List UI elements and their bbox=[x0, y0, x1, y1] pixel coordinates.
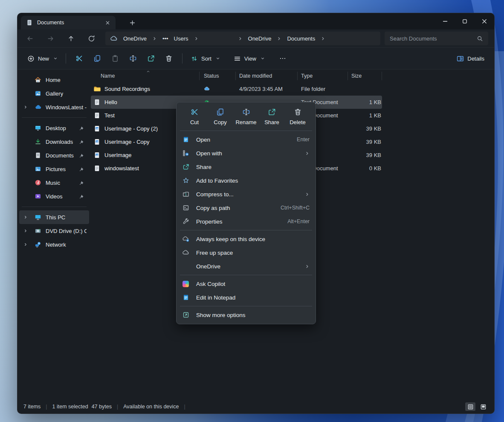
search-icon[interactable] bbox=[477, 35, 483, 42]
forward-icon[interactable] bbox=[44, 32, 57, 45]
share-button[interactable]: Share bbox=[260, 108, 284, 125]
breadcrumb-onedrive-2[interactable]: OneDrive bbox=[248, 35, 272, 42]
breadcrumb-onedrive[interactable]: OneDrive bbox=[123, 35, 147, 42]
rename-icon bbox=[242, 108, 250, 116]
menu-item-add-to-favorites[interactable]: Add to Favorites bbox=[177, 174, 316, 187]
file-size: 39 KB bbox=[348, 148, 382, 162]
close-button[interactable] bbox=[475, 13, 494, 29]
menu-item-label: Open bbox=[196, 137, 297, 143]
breadcrumb-users[interactable]: Users bbox=[174, 35, 188, 42]
sidebar-item-pictures[interactable]: Pictures bbox=[19, 162, 89, 176]
chevron-right-icon[interactable] bbox=[23, 242, 28, 247]
copy-icon[interactable] bbox=[88, 51, 106, 66]
chevron-right-icon[interactable] bbox=[23, 229, 28, 233]
submenu-chevron-icon bbox=[305, 192, 310, 197]
menu-item-ask-copilot[interactable]: Ask Copilot bbox=[177, 277, 316, 291]
cloud-icon bbox=[182, 249, 190, 256]
file-name: UserImage - Copy bbox=[104, 139, 149, 145]
sidebar-item-music[interactable]: Music bbox=[19, 176, 89, 189]
column-header-date-modified[interactable]: Date modified bbox=[236, 72, 298, 80]
menu-item-share[interactable]: Share bbox=[177, 160, 316, 174]
share-icon bbox=[182, 163, 190, 170]
rename-button[interactable]: Rename bbox=[234, 108, 258, 125]
back-icon[interactable] bbox=[23, 32, 36, 45]
more-options-icon[interactable] bbox=[274, 51, 292, 66]
menu-item-edit-in-notepad[interactable]: Edit in Notepad bbox=[177, 291, 316, 304]
sidebar-item-home[interactable]: Home bbox=[19, 73, 89, 87]
new-button[interactable]: New bbox=[23, 51, 61, 66]
chevron-right-icon[interactable] bbox=[23, 105, 28, 109]
selection-count: 1 item selected bbox=[52, 404, 88, 410]
menu-item-onedrive[interactable]: OneDrive bbox=[177, 259, 316, 273]
delete-icon[interactable] bbox=[160, 51, 178, 66]
delete-button[interactable]: Delete bbox=[286, 108, 310, 125]
up-icon[interactable] bbox=[64, 32, 77, 45]
onedrive-cloud-icon bbox=[35, 104, 42, 111]
maximize-button[interactable] bbox=[455, 13, 475, 29]
chevron-right-icon[interactable] bbox=[277, 36, 281, 41]
table-row-sound-recordings[interactable]: Sound Recordings 4/9/2023 3:45 AM File f… bbox=[91, 82, 382, 96]
breadcrumb-documents[interactable]: Documents bbox=[287, 35, 315, 42]
sidebar-item-this-pc[interactable]: This PC bbox=[19, 210, 89, 224]
text-file-icon bbox=[93, 99, 101, 106]
details-view-toggle[interactable] bbox=[465, 402, 475, 411]
chevron-right-icon[interactable] bbox=[23, 215, 28, 219]
delete-label: Delete bbox=[290, 119, 306, 125]
command-toolbar: New Sort View bbox=[17, 47, 494, 70]
chevron-right-icon[interactable] bbox=[321, 36, 325, 41]
rename-icon[interactable] bbox=[124, 51, 142, 66]
new-tab-button[interactable] bbox=[127, 17, 138, 28]
paste-icon[interactable] bbox=[106, 51, 124, 66]
share-icon[interactable] bbox=[142, 51, 160, 66]
sidebar-item-dvd-drive[interactable]: DVD Drive (D:) CCC bbox=[19, 224, 89, 238]
dvd-drive-icon bbox=[35, 227, 41, 234]
status-divider: | bbox=[117, 404, 118, 410]
file-name: UserImage bbox=[104, 152, 132, 158]
cut-icon[interactable] bbox=[70, 51, 88, 66]
menu-item-always-keep-on-device[interactable]: Always keep on this device bbox=[177, 232, 316, 246]
column-header-status[interactable]: Status bbox=[200, 72, 236, 80]
sidebar-item-desktop[interactable]: Desktop bbox=[19, 121, 89, 135]
refresh-icon[interactable] bbox=[85, 32, 98, 45]
column-header-name[interactable]: Name bbox=[91, 72, 200, 80]
sidebar-item-label: Downloads bbox=[46, 139, 73, 145]
cut-button[interactable]: Cut bbox=[182, 108, 206, 125]
file-size: 39 KB bbox=[348, 122, 382, 135]
view-button[interactable]: View bbox=[230, 51, 269, 66]
sort-button[interactable]: Sort bbox=[187, 51, 224, 66]
menu-item-compress-to[interactable]: Compress to... bbox=[177, 187, 316, 201]
menu-item-label: Add to Favorites bbox=[196, 178, 310, 184]
sidebar-item-windowslatest-onedrive[interactable]: WindowsLatest - Pe bbox=[19, 100, 89, 114]
network-icon bbox=[35, 241, 41, 248]
tab-close-icon[interactable] bbox=[103, 18, 112, 27]
sidebar-item-downloads[interactable]: Downloads bbox=[19, 135, 89, 148]
column-header-type[interactable]: Type bbox=[298, 72, 348, 80]
column-header-size[interactable]: Size bbox=[348, 72, 382, 80]
submenu-chevron-icon bbox=[305, 264, 310, 269]
sidebar-item-videos[interactable]: Videos bbox=[19, 189, 89, 203]
large-icons-view-toggle[interactable] bbox=[478, 402, 488, 411]
tab-documents[interactable]: Documents bbox=[21, 16, 116, 29]
breadcrumb-ellipsis[interactable]: ••• bbox=[162, 35, 168, 42]
menu-item-open-with[interactable]: Open with bbox=[177, 146, 316, 160]
search-input[interactable]: Search Documents bbox=[385, 32, 488, 45]
tab-bar: Documents bbox=[17, 13, 494, 29]
menu-item-properties[interactable]: Properties Alt+Enter bbox=[177, 215, 316, 228]
sidebar-item-gallery[interactable]: Gallery bbox=[19, 87, 89, 100]
chevron-right-icon[interactable] bbox=[152, 36, 157, 41]
sidebar-item-network[interactable]: Network bbox=[19, 238, 89, 251]
copy-button[interactable]: Copy bbox=[209, 108, 232, 125]
menu-item-open[interactable]: Open Enter bbox=[177, 133, 316, 146]
minimize-button[interactable] bbox=[435, 13, 455, 29]
chevron-right-icon[interactable] bbox=[194, 36, 199, 41]
desktop-icon bbox=[35, 125, 41, 131]
details-pane-button[interactable]: Details bbox=[453, 51, 488, 66]
sidebar-item-documents[interactable]: Documents bbox=[19, 148, 89, 162]
menu-item-show-more-options[interactable]: Show more options bbox=[177, 308, 316, 322]
menu-item-copy-as-path[interactable]: Copy as path Ctrl+Shift+C bbox=[177, 201, 316, 215]
text-file-icon bbox=[93, 165, 101, 172]
sidebar-item-label: WindowsLatest - Pe bbox=[46, 104, 87, 111]
file-name: Sound Recordings bbox=[104, 86, 150, 92]
chevron-right-icon[interactable] bbox=[238, 36, 243, 41]
menu-item-free-up-space[interactable]: Free up space bbox=[177, 246, 316, 259]
